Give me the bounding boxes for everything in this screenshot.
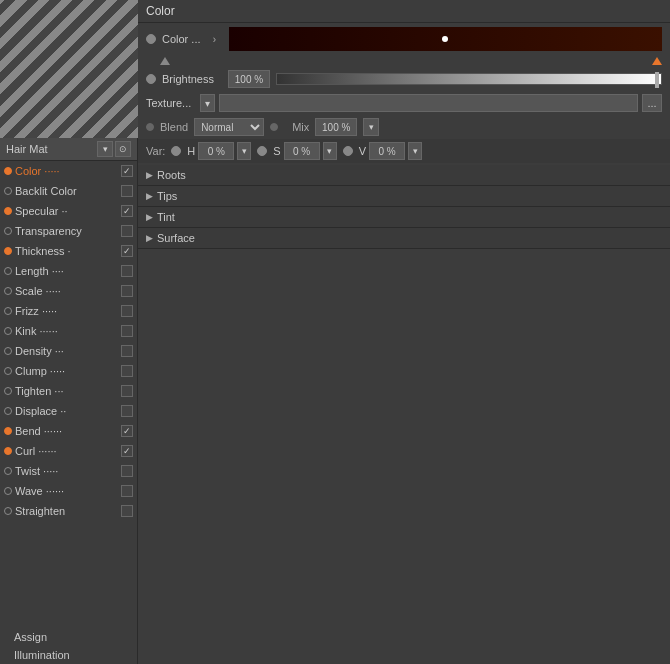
prop-label-frizz: Frizz ·····	[15, 305, 118, 317]
var-s-input[interactable]	[284, 142, 320, 160]
prop-checkbox-tighten[interactable]	[121, 385, 133, 397]
prop-item-twist[interactable]: Twist ·····	[0, 461, 137, 481]
color-section-title: Color	[138, 0, 670, 23]
prop-item-frizz[interactable]: Frizz ·····	[0, 301, 137, 321]
brightness-input[interactable]	[228, 70, 270, 88]
prop-checkbox-density[interactable]	[121, 345, 133, 357]
prop-item-curl[interactable]: Curl ······	[0, 441, 137, 461]
var-h-input[interactable]	[198, 142, 234, 160]
var-s-label: S	[273, 145, 280, 157]
color-row: Color ... ›	[138, 23, 670, 55]
prop-checkbox-color[interactable]	[121, 165, 133, 177]
illumination-item[interactable]: Illumination	[0, 646, 137, 664]
prop-item-backlitColor[interactable]: Backlit Color	[0, 181, 137, 201]
var-h-channel: H ▾	[187, 142, 251, 160]
texture-input[interactable]	[219, 94, 638, 112]
property-list: Color ·····Backlit ColorSpecular ··Trans…	[0, 161, 137, 628]
mat-name-bar: Hair Mat ▾ ⊙	[0, 138, 137, 161]
prop-dot-transparency	[4, 227, 12, 235]
prop-item-kink[interactable]: Kink ······	[0, 321, 137, 341]
var-h-arrow[interactable]: ▾	[237, 142, 251, 160]
prop-checkbox-wave[interactable]	[121, 485, 133, 497]
mix-input[interactable]	[315, 118, 357, 136]
var-row: Var: H ▾ S ▾ V ▾	[138, 139, 670, 163]
section-header-tips[interactable]: ▶Tips	[138, 186, 670, 207]
mix-dot	[270, 123, 278, 131]
prop-checkbox-twist[interactable]	[121, 465, 133, 477]
var-s-radio[interactable]	[257, 146, 267, 156]
var-v-channel: V ▾	[359, 142, 422, 160]
mix-arrow-button[interactable]: ▾	[363, 118, 379, 136]
var-v-input[interactable]	[369, 142, 405, 160]
color-radio[interactable]	[146, 34, 156, 44]
color-swatch-marker	[442, 36, 448, 42]
prop-item-displace[interactable]: Displace ··	[0, 401, 137, 421]
prop-checkbox-kink[interactable]	[121, 325, 133, 337]
left-triangle-marker	[160, 57, 170, 65]
prop-checkbox-length[interactable]	[121, 265, 133, 277]
prop-dot-scale	[4, 287, 12, 295]
color-chevron-button[interactable]: ›	[207, 31, 223, 47]
prop-item-bend[interactable]: Bend ······	[0, 421, 137, 441]
prop-item-wave[interactable]: Wave ······	[0, 481, 137, 501]
right-triangle-marker	[652, 57, 662, 65]
prop-item-specular[interactable]: Specular ··	[0, 201, 137, 221]
section-name-tips: Tips	[157, 190, 177, 202]
prop-dot-clump	[4, 367, 12, 375]
prop-item-transparency[interactable]: Transparency	[0, 221, 137, 241]
var-s-arrow[interactable]: ▾	[323, 142, 337, 160]
prop-checkbox-thickness[interactable]	[121, 245, 133, 257]
prop-label-transparency: Transparency	[15, 225, 118, 237]
brightness-bar[interactable]	[276, 73, 662, 85]
brightness-radio[interactable]	[146, 74, 156, 84]
var-h-radio[interactable]	[171, 146, 181, 156]
section-name-roots: Roots	[157, 169, 186, 181]
prop-item-length[interactable]: Length ····	[0, 261, 137, 281]
prop-checkbox-specular[interactable]	[121, 205, 133, 217]
texture-dots-button[interactable]: ...	[642, 94, 662, 112]
assign-item[interactable]: Assign	[0, 628, 137, 646]
section-header-tint[interactable]: ▶Tint	[138, 207, 670, 228]
prop-item-thickness[interactable]: Thickness ·	[0, 241, 137, 261]
var-h-label: H	[187, 145, 195, 157]
texture-dropdown-button[interactable]: ▾	[200, 94, 215, 112]
prop-checkbox-frizz[interactable]	[121, 305, 133, 317]
prop-checkbox-straighten[interactable]	[121, 505, 133, 517]
var-v-arrow[interactable]: ▾	[408, 142, 422, 160]
section-arrow-surface: ▶	[146, 233, 153, 243]
var-v-radio[interactable]	[343, 146, 353, 156]
prop-dot-length	[4, 267, 12, 275]
prop-checkbox-transparency[interactable]	[121, 225, 133, 237]
blend-mode-select[interactable]: Normal	[194, 118, 264, 136]
section-header-roots[interactable]: ▶Roots	[138, 165, 670, 186]
prop-label-specular: Specular ··	[15, 205, 118, 217]
prop-label-backlitColor: Backlit Color	[15, 185, 118, 197]
prop-label-clump: Clump ·····	[15, 365, 118, 377]
prop-checkbox-clump[interactable]	[121, 365, 133, 377]
prop-checkbox-curl[interactable]	[121, 445, 133, 457]
mat-options-button[interactable]: ⊙	[115, 141, 131, 157]
prop-dot-color	[4, 167, 12, 175]
prop-label-scale: Scale ·····	[15, 285, 118, 297]
prop-dot-bend	[4, 427, 12, 435]
section-group: ▶Roots▶Tips▶Tint▶Surface	[138, 165, 670, 249]
prop-item-density[interactable]: Density ···	[0, 341, 137, 361]
color-swatch-bar[interactable]	[229, 27, 662, 51]
prop-item-color[interactable]: Color ·····	[0, 161, 137, 181]
mat-menu-button[interactable]: ▾	[97, 141, 113, 157]
texture-label: Texture...	[146, 97, 196, 109]
prop-dot-twist	[4, 467, 12, 475]
mat-controls: ▾ ⊙	[97, 141, 131, 157]
prop-checkbox-scale[interactable]	[121, 285, 133, 297]
prop-label-length: Length ····	[15, 265, 118, 277]
section-name-tint: Tint	[157, 211, 175, 223]
prop-checkbox-backlitColor[interactable]	[121, 185, 133, 197]
prop-checkbox-displace[interactable]	[121, 405, 133, 417]
prop-item-straighten[interactable]: Straighten	[0, 501, 137, 521]
prop-item-scale[interactable]: Scale ·····	[0, 281, 137, 301]
prop-item-tighten[interactable]: Tighten ···	[0, 381, 137, 401]
prop-checkbox-bend[interactable]	[121, 425, 133, 437]
prop-label-displace: Displace ··	[15, 405, 118, 417]
prop-item-clump[interactable]: Clump ·····	[0, 361, 137, 381]
section-header-surface[interactable]: ▶Surface	[138, 228, 670, 249]
